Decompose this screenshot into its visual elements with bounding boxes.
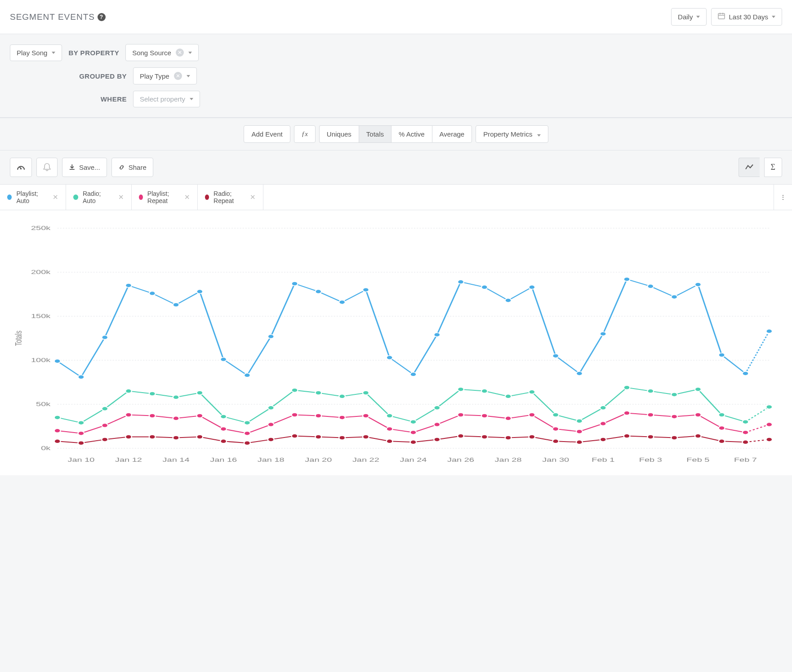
svg-point-117 <box>481 414 488 418</box>
svg-text:Jan 28: Jan 28 <box>495 456 522 463</box>
svg-point-139 <box>244 441 250 445</box>
svg-point-55 <box>529 285 535 289</box>
filter-row-where: WHERE Select property <box>10 91 782 107</box>
clear-grouped-by-icon[interactable]: ✕ <box>174 72 182 80</box>
svg-point-156 <box>647 435 654 439</box>
svg-point-88 <box>552 413 559 417</box>
svg-point-69 <box>102 407 108 411</box>
svg-text:0k: 0k <box>41 445 51 451</box>
svg-point-75 <box>244 421 250 425</box>
svg-rect-0 <box>718 13 725 19</box>
svg-text:Feb 7: Feb 7 <box>734 456 757 463</box>
svg-point-93 <box>671 393 677 397</box>
daterange-dropdown[interactable]: Last 30 Days <box>711 8 782 26</box>
where-placeholder: Select property <box>140 95 185 103</box>
chart-view-button[interactable] <box>739 158 760 177</box>
filter-row-grouped: GROUPED BY Play Type ✕ <box>10 67 782 84</box>
legend-label: Radio; Auto <box>83 190 114 204</box>
legend-item[interactable]: Playlist; Repeat ✕ <box>132 185 198 210</box>
svg-point-126 <box>695 413 701 417</box>
svg-point-62 <box>695 283 701 287</box>
legend-item[interactable]: Playlist; Auto ✕ <box>0 185 66 210</box>
alert-button[interactable] <box>36 158 58 177</box>
legend-close-icon[interactable]: ✕ <box>184 193 190 201</box>
event-dropdown[interactable]: Play Song <box>10 44 62 61</box>
svg-point-148 <box>458 434 464 438</box>
legend-row: Playlist; Auto ✕ Radio; Auto ✕ Playlist;… <box>0 185 792 210</box>
svg-point-154 <box>600 438 606 442</box>
svg-text:Jan 20: Jan 20 <box>305 456 332 463</box>
caret-icon <box>772 16 775 18</box>
interval-dropdown[interactable]: Daily <box>671 8 707 26</box>
svg-point-129 <box>766 423 772 427</box>
legend-menu-button[interactable]: ⋮ <box>774 185 792 210</box>
svg-point-119 <box>529 413 535 417</box>
totals-button[interactable]: Totals <box>359 125 391 143</box>
legend-dot-icon <box>73 195 78 200</box>
legend-label: Playlist; Auto <box>16 190 48 204</box>
dashboard-button[interactable] <box>10 158 32 177</box>
add-event-button[interactable]: Add Event <box>244 125 290 143</box>
svg-point-53 <box>481 285 488 289</box>
svg-point-74 <box>220 415 227 419</box>
grouped-by-dropdown[interactable]: Play Type ✕ <box>133 67 197 84</box>
svg-point-41 <box>196 290 203 294</box>
share-button[interactable]: Share <box>111 158 153 177</box>
link-icon <box>118 163 125 172</box>
svg-point-145 <box>387 439 393 443</box>
svg-point-128 <box>743 430 749 434</box>
page-title: SEGMENT EVENTS ? <box>10 12 106 22</box>
svg-point-45 <box>292 282 298 286</box>
pct-active-button[interactable]: % Active <box>391 125 432 143</box>
header: SEGMENT EVENTS ? Daily Last 30 Days <box>0 0 792 34</box>
legend-close-icon[interactable]: ✕ <box>118 193 124 201</box>
svg-point-97 <box>766 405 772 409</box>
svg-point-125 <box>671 415 677 419</box>
property-metrics-dropdown[interactable]: Property Metrics <box>476 125 548 143</box>
sigma-icon: Σ <box>771 163 775 172</box>
svg-point-146 <box>410 440 417 444</box>
where-dropdown[interactable]: Select property <box>133 91 200 107</box>
fx-button[interactable]: ƒx <box>294 125 316 143</box>
svg-point-103 <box>149 414 156 418</box>
page-title-text: SEGMENT EVENTS <box>10 12 95 22</box>
clear-by-property-icon[interactable]: ✕ <box>176 49 184 57</box>
svg-text:Totals: Totals <box>13 331 24 346</box>
svg-point-76 <box>268 406 274 410</box>
svg-point-89 <box>576 419 583 423</box>
sum-view-button[interactable]: Σ <box>764 158 782 177</box>
svg-point-46 <box>315 290 321 294</box>
caret-icon <box>52 52 55 54</box>
svg-point-157 <box>671 436 677 440</box>
action-bar: Save... Share Σ <box>0 150 792 185</box>
legend-dot-icon <box>139 195 143 200</box>
average-button[interactable]: Average <box>432 125 472 143</box>
caret-icon <box>190 98 193 100</box>
svg-point-136 <box>173 436 179 440</box>
svg-point-87 <box>529 390 535 394</box>
legend-item[interactable]: Radio; Auto ✕ <box>66 185 132 210</box>
svg-text:50k: 50k <box>36 401 51 407</box>
svg-text:Jan 16: Jan 16 <box>210 456 237 463</box>
action-right: Σ <box>739 158 782 177</box>
legend-item[interactable]: Radio; Repeat ✕ <box>198 185 264 210</box>
svg-point-65 <box>766 329 772 333</box>
uniques-button[interactable]: Uniques <box>319 125 359 143</box>
svg-line-34 <box>745 331 769 373</box>
save-button[interactable]: Save... <box>62 158 107 177</box>
svg-point-94 <box>695 387 701 391</box>
svg-point-56 <box>552 354 559 358</box>
filters-panel: Play Song BY PROPERTY Song Source ✕ GROU… <box>0 34 792 118</box>
svg-line-5 <box>19 167 21 168</box>
by-property-dropdown[interactable]: Song Source ✕ <box>125 44 199 61</box>
svg-point-131 <box>54 439 61 443</box>
svg-point-105 <box>196 414 203 418</box>
legend-close-icon[interactable]: ✕ <box>53 193 58 201</box>
svg-point-47 <box>339 300 345 304</box>
svg-point-70 <box>125 389 132 393</box>
legend-dot-icon <box>7 195 12 200</box>
svg-point-40 <box>173 303 179 307</box>
legend-close-icon[interactable]: ✕ <box>250 193 256 201</box>
help-icon[interactable]: ? <box>98 13 106 21</box>
svg-line-66 <box>745 407 769 422</box>
